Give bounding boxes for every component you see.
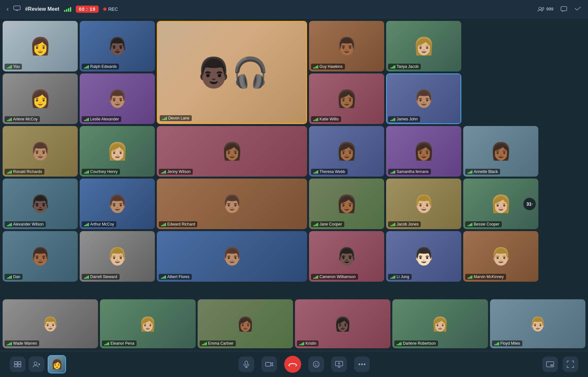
emoji-button[interactable] bbox=[308, 356, 324, 372]
tile-darlene[interactable]: 👩🏼 Darlene Robertson bbox=[392, 299, 488, 348]
svg-rect-5 bbox=[18, 362, 21, 364]
tile-cameron[interactable]: 👨🏿 Cameron Williamson bbox=[309, 231, 384, 282]
svg-line-15 bbox=[289, 365, 290, 366]
tile-marvin[interactable]: 👨🏼 Marvin McKinney bbox=[463, 231, 538, 282]
tile-katie[interactable]: 👩🏾 Katie Willis bbox=[309, 73, 384, 124]
signal-dan bbox=[7, 275, 12, 279]
tile-label-jenny: Jenny Wilson bbox=[159, 169, 193, 175]
tile-label-kristin: Kristin bbox=[297, 340, 318, 346]
bottom-center-controls bbox=[238, 356, 370, 373]
signal-alexander bbox=[7, 222, 12, 226]
tile-label-ronald: Ronald Richards bbox=[5, 169, 44, 175]
microphone-button[interactable] bbox=[238, 356, 254, 372]
tile-alexander[interactable]: 👨🏿 Alexander Wilson bbox=[3, 179, 78, 229]
svg-point-2 bbox=[542, 8, 544, 9]
tile-floyd[interactable]: 👨🏼 Floyd Miles bbox=[490, 299, 585, 348]
svg-point-18 bbox=[315, 363, 316, 364]
tile-courtney[interactable]: 👩🏼 Courtney Henry bbox=[80, 126, 155, 177]
timer-badge: 00 : 19 bbox=[76, 6, 99, 13]
tile-label-marvin: Marvin McKinney bbox=[465, 274, 506, 280]
tile-label-lijung: Li Jung bbox=[388, 274, 412, 280]
signal-arlene bbox=[7, 117, 12, 121]
add-person-button[interactable] bbox=[29, 356, 44, 372]
tile-bessie[interactable]: 👩🏼 Bessie Cooper 31 › bbox=[463, 179, 538, 229]
tile-wade[interactable]: 👨🏼 Wade Warren bbox=[3, 299, 98, 348]
tile-jacob[interactable]: 👨🏼 Jacob Jones bbox=[386, 179, 461, 229]
rec-label: REC bbox=[108, 7, 118, 12]
top-bar-left: ‹ #Review Meet 00 : 19 REC bbox=[7, 5, 118, 13]
layout-button[interactable] bbox=[10, 356, 25, 372]
tile-label-emma: Emma Cartner bbox=[200, 340, 236, 346]
svg-point-24 bbox=[364, 363, 366, 365]
tile-lijung[interactable]: 👨🏻 Li Jung bbox=[386, 231, 461, 282]
tile-jenny[interactable]: 👩🏾 Jenny Wilson bbox=[157, 126, 307, 177]
tile-guy[interactable]: 👨🏾 Guy Hawkins bbox=[309, 21, 384, 71]
tile-emma[interactable]: 👩🏾 Emma Cartner bbox=[198, 299, 293, 348]
svg-point-17 bbox=[313, 361, 319, 367]
tile-arthur[interactable]: 👨🏽 Arthur McCoy bbox=[80, 179, 155, 229]
tile-label-darlene: Darlene Robertson bbox=[394, 340, 438, 346]
signal-emma bbox=[202, 341, 207, 345]
tile-tanya[interactable]: 👩🏼 Tanya Jacob bbox=[386, 21, 461, 71]
svg-rect-0 bbox=[14, 6, 20, 10]
tile-ronald[interactable]: 👨🏽 Ronald Richards bbox=[3, 126, 78, 177]
rec-dot bbox=[103, 8, 106, 11]
signal-katie bbox=[313, 117, 318, 121]
tile-label-devon: Devon Lane bbox=[160, 115, 192, 121]
self-preview-thumbnail[interactable]: 👩 bbox=[48, 355, 66, 373]
tile-edward[interactable]: 👨🏽 Edward Richard bbox=[157, 179, 307, 229]
fullscreen-button[interactable] bbox=[563, 356, 578, 372]
signal-theresa bbox=[313, 170, 318, 174]
tile-ralph[interactable]: 👨🏿 Ralph Edwards bbox=[80, 21, 155, 71]
bottom-left-controls: 👩 bbox=[10, 355, 66, 373]
signal-james bbox=[390, 117, 395, 121]
signal-albert bbox=[161, 275, 166, 279]
tile-samantha[interactable]: 👩🏾 Samantha fernans bbox=[386, 126, 461, 177]
tile-leslie[interactable]: 👨🏽 Leslie Alexander bbox=[80, 73, 155, 124]
signal-you bbox=[7, 65, 12, 69]
screen-share-icon bbox=[13, 6, 21, 12]
tile-eleanor[interactable]: 👩🏼 Eleanor Pena bbox=[100, 299, 195, 348]
signal-ralph bbox=[84, 65, 89, 69]
tile-label-arthur: Arthur McCoy bbox=[82, 221, 116, 227]
tile-kristin[interactable]: 👩🏿 Kristin bbox=[295, 299, 390, 348]
tile-devon-featured[interactable]: 👨🏿🎧 Devon Lane bbox=[157, 21, 307, 124]
tile-label-eleanor: Eleanor Pena bbox=[102, 340, 137, 346]
tile-jane[interactable]: 👩🏾 Jane Cooper bbox=[309, 179, 384, 229]
tile-theresa[interactable]: 👩🏾 Theresa Webb bbox=[309, 126, 384, 177]
next-page-button[interactable]: 31 › bbox=[523, 198, 536, 210]
tile-you[interactable]: 👩 You bbox=[3, 21, 78, 71]
tile-dan[interactable]: 👨🏾 Dan bbox=[3, 231, 78, 282]
share-screen-button[interactable] bbox=[331, 356, 347, 372]
camera-button[interactable] bbox=[261, 356, 277, 372]
tile-label-theresa: Theresa Webb bbox=[311, 169, 348, 175]
tile-albert[interactable]: 👨🏽 Albert Flores bbox=[157, 231, 307, 282]
tile-james[interactable]: 👨🏽 James John bbox=[386, 73, 461, 124]
tile-arlene[interactable]: 👩 Arlene McCoy bbox=[3, 73, 78, 124]
svg-rect-7 bbox=[18, 365, 21, 367]
signal-bessie bbox=[467, 222, 472, 226]
meeting-title: #Review Meet bbox=[25, 6, 59, 12]
video-grid: 👩 You 👨🏿 Ralph bbox=[3, 21, 585, 297]
back-button[interactable]: ‹ bbox=[7, 5, 9, 13]
main-area: 👩 You 👨🏿 Ralph bbox=[0, 18, 588, 351]
pip-button[interactable] bbox=[542, 356, 558, 372]
signal-darrell bbox=[84, 275, 89, 279]
svg-point-19 bbox=[317, 363, 318, 364]
signal-wade bbox=[7, 341, 12, 345]
tile-label-albert: Albert Flores bbox=[159, 274, 192, 280]
tile-label-dan: Dan bbox=[5, 274, 23, 280]
tile-label-leslie: Leslie Alexander bbox=[82, 116, 121, 122]
tile-darrell[interactable]: 👨🏼 Darrell Steward bbox=[80, 231, 155, 282]
end-call-button[interactable] bbox=[284, 356, 301, 373]
more-options-button[interactable] bbox=[354, 356, 370, 372]
tile-label-jacob: Jacob Jones bbox=[388, 221, 421, 227]
svg-point-1 bbox=[539, 7, 541, 10]
tile-label-annette: Annette Black bbox=[465, 169, 500, 175]
tile-label-floyd: Floyd Miles bbox=[492, 340, 523, 346]
tile-label-courtney: Courtney Henry bbox=[82, 169, 120, 175]
more-options-top-button[interactable] bbox=[574, 6, 581, 12]
participants-button[interactable]: 999 bbox=[537, 7, 553, 12]
tile-annette[interactable]: 👩🏾 Annette Black bbox=[463, 126, 538, 177]
chat-button[interactable] bbox=[561, 6, 567, 12]
